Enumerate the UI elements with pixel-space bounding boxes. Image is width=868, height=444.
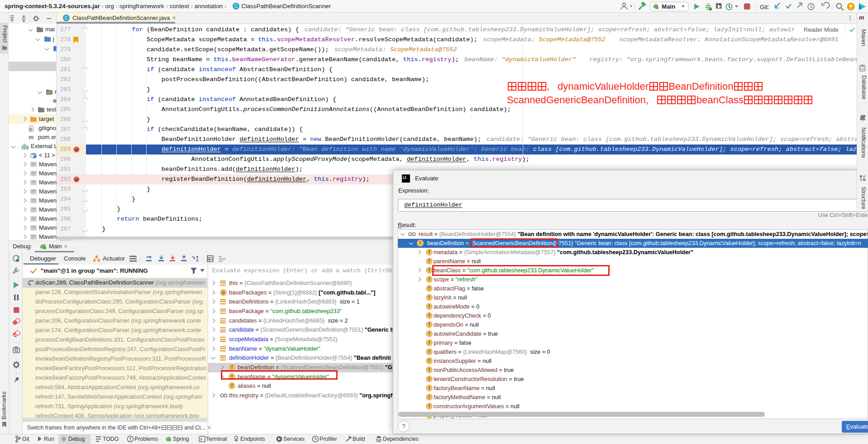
svg-text:Main: Main xyxy=(662,3,676,10)
svg-text:Git:: Git: xyxy=(760,4,769,10)
